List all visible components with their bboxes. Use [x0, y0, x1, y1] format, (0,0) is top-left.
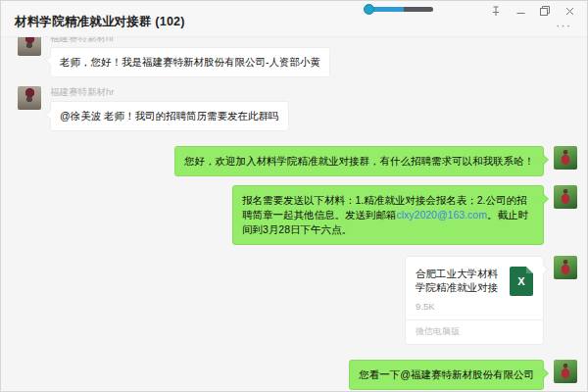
message-text: 您好，欢迎加入材料学院精准就业对接群，有什么招聘需求可以和我联系哈！ [184, 155, 534, 167]
close-button[interactable] [562, 5, 577, 18]
progress-slider[interactable] [364, 3, 442, 15]
file-source-label: 微信电脑版 [406, 319, 543, 344]
sender-name: 福建赛特新材hr [50, 37, 114, 43]
message-text: @徐美波 老师！我司的招聘简历需要发在此群吗 [60, 110, 279, 122]
slider-track[interactable] [370, 7, 433, 12]
maximize-button[interactable] [537, 5, 553, 18]
chat-area[interactable]: 福建赛特新材hr 老师，您好！我是福建赛特新材股份有限公司-人资部小黄 福建赛特… [1, 37, 587, 392]
avatar[interactable] [554, 146, 577, 170]
message-text: 老师，您好！我是福建赛特新材股份有限公司-人资部小黄 [60, 56, 320, 68]
message-bubble[interactable]: 老师，您好！我是福建赛特新材股份有限公司-人资部小黄 [50, 47, 330, 77]
minimize-button[interactable] [513, 5, 528, 18]
avatar[interactable] [554, 256, 577, 279]
avatar[interactable] [18, 37, 41, 56]
message-row: 福建赛特新材hr 老师，您好！我是福建赛特新材股份有限公司-人资部小黄 [18, 37, 577, 77]
chat-title: 材料学院精准就业对接群 (102) [15, 14, 185, 30]
message-text: 您看一下@福建赛特新材股份有限公司 [359, 368, 534, 380]
window-controls [488, 4, 577, 18]
file-card[interactable]: 合肥工业大学材料学院精准就业对接会... 9.5K X 微信电脑版 [405, 256, 544, 345]
avatar[interactable] [554, 360, 577, 383]
slider-knob[interactable] [364, 4, 374, 15]
file-size: 9.5K [416, 301, 502, 312]
message-row: 福建赛特新材hr @徐美波 老师！我司的招聘简历需要发在此群吗 [18, 86, 577, 131]
pin-icon[interactable] [488, 5, 504, 18]
message-row: 您看一下@福建赛特新材股份有限公司 [18, 360, 577, 390]
excel-icon-letter: X [517, 275, 524, 287]
message-bubble[interactable]: 您好，欢迎加入材料学院精准就业对接群，有什么招聘需求可以和我联系哈！ [174, 146, 544, 176]
avatar[interactable] [18, 86, 41, 110]
sender-name: 福建赛特新材hr [50, 86, 114, 97]
message-row: 您好，欢迎加入材料学院精准就业对接群，有什么招聘需求可以和我联系哈！ [18, 146, 577, 176]
slider-fill [370, 7, 404, 12]
email-link[interactable]: clxy2020@163.com [397, 209, 487, 220]
message-row: 合肥工业大学材料学院精准就业对接会... 9.5K X 微信电脑版 [18, 256, 577, 345]
window-titlebar: 材料学院精准就业对接群 (102) ··· [1, 1, 587, 37]
excel-file-icon: X [510, 267, 533, 296]
avatar[interactable] [554, 185, 577, 209]
message-bubble[interactable]: @徐美波 老师！我司的招聘简历需要发在此群吗 [50, 101, 289, 131]
message-bubble[interactable]: 您看一下@福建赛特新材股份有限公司 [349, 360, 544, 390]
message-bubble[interactable]: 报名需要发送以下材料：1.精准就业对接会报名表；2.公司的招聘简章一起其他信息。… [232, 185, 544, 245]
file-name: 合肥工业大学材料学院精准就业对接会... [416, 267, 502, 294]
more-menu-button[interactable]: ··· [556, 19, 571, 32]
message-row: 报名需要发送以下材料：1.精准就业对接会报名表；2.公司的招聘简章一起其他信息。… [18, 185, 577, 245]
